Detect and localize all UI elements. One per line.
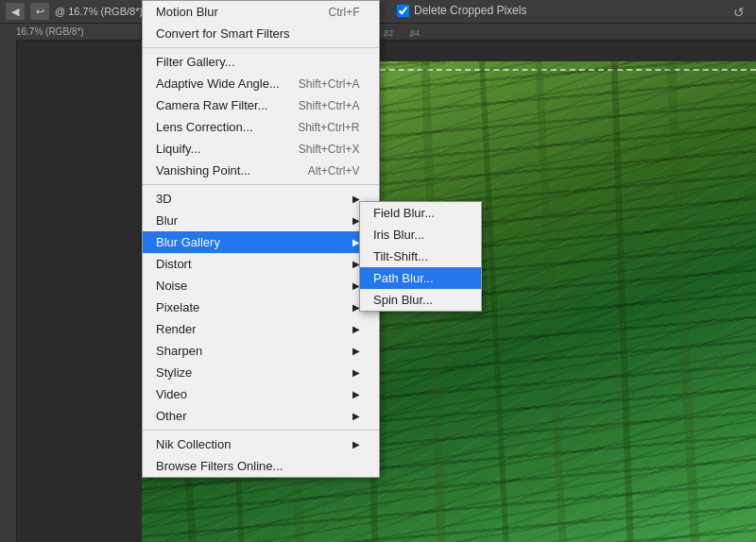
menu-item-label: Pixelate [156, 300, 199, 314]
back-icon[interactable]: ◀ [6, 3, 25, 20]
menu-item-label: Motion Blur [156, 5, 218, 19]
menu-item-noise[interactable]: Noise ▶ [143, 275, 379, 296]
menu-item-other[interactable]: Other ▶ [143, 405, 379, 427]
menu-item-lens-correction[interactable]: Lens Correction... Shift+Ctrl+R [143, 116, 379, 138]
blur-submenu-item-path[interactable]: Path Blur... [360, 267, 481, 289]
shortcut: Shift+Ctrl+A [299, 99, 360, 112]
ruler-tick: 32 [384, 28, 410, 38]
menu-item-liquify[interactable]: Liquify... Shift+Ctrl+X [143, 138, 379, 160]
menu-item-label: Noise [156, 279, 187, 293]
menu-item-label: Blur Gallery [156, 235, 220, 249]
menu-item-label: Path Blur... [373, 271, 434, 285]
ruler-vertical [0, 41, 17, 542]
shortcut: Shift+Ctrl+R [298, 121, 359, 134]
menu-item-convert-smart[interactable]: Convert for Smart Filters [143, 23, 379, 44]
menu-item-label: Camera Raw Filter... [156, 98, 267, 112]
menu-item-label: Browse Filters Online... [156, 459, 283, 473]
shortcut: Alt+Ctrl+V [308, 164, 360, 178]
menu-item-vanishing-point[interactable]: Vanishing Point... Alt+Ctrl+V [143, 160, 379, 181]
menu-item-label: Iris Blur... [373, 228, 424, 242]
menu-item-browse-filters[interactable]: Browse Filters Online... [143, 455, 379, 477]
svg-line-7 [614, 61, 633, 542]
svg-line-6 [539, 61, 567, 542]
menu-item-label: Vanishing Point... [156, 163, 250, 178]
submenu-arrow-icon: ▶ [352, 346, 360, 356]
blur-submenu-item-spin[interactable]: Spin Blur... [360, 289, 481, 311]
menu-item-blur[interactable]: Blur ▶ [143, 210, 379, 231]
menu-item-label: Blur [156, 213, 178, 228]
shortcut-motion-blur: Ctrl+F [329, 6, 360, 19]
forward-icon[interactable]: ↩ [30, 3, 49, 20]
delete-cropped-checkbox[interactable] [397, 5, 409, 17]
delete-cropped-label: Delete Cropped Pixels [414, 4, 526, 17]
ruler-tick: 34 [410, 28, 437, 38]
blur-gallery-submenu[interactable]: Field Blur... Iris Blur... Tilt-Shift...… [359, 201, 482, 312]
menu-item-label: Tilt-Shift... [373, 249, 428, 263]
menu-item-3d[interactable]: 3D ▶ [143, 188, 379, 210]
menu-item-adaptive-wide[interactable]: Adaptive Wide Angle... Shift+Ctrl+A [143, 73, 379, 94]
menu-item-nik-collection[interactable]: Nik Collection ▶ [143, 433, 379, 455]
menu-item-label: Liquify... [156, 142, 200, 156]
blur-submenu-item-field[interactable]: Field Blur... [360, 202, 481, 224]
divider [143, 184, 379, 185]
undo-button[interactable]: ↺ [730, 4, 748, 21]
menu-item-blur-gallery[interactable]: Blur Gallery ▶ [143, 231, 379, 253]
menu-item-label: Convert for Smart Filters [156, 26, 290, 41]
menu-item-distort[interactable]: Distort ▶ [143, 253, 379, 275]
menu-item-render[interactable]: Render ▶ [143, 318, 379, 340]
menu-item-pixelate[interactable]: Pixelate ▶ [143, 296, 379, 318]
submenu-arrow-icon: ▶ [352, 389, 360, 399]
submenu-arrow-icon: ▶ [352, 439, 360, 449]
blur-submenu-item-iris[interactable]: Iris Blur... [360, 224, 481, 246]
delete-cropped-area: Delete Cropped Pixels [397, 4, 526, 17]
menu-item-label: Distort [156, 257, 192, 271]
menu-item-video[interactable]: Video ▶ [143, 383, 379, 405]
submenu-arrow-icon: ▶ [352, 367, 360, 378]
menu-item-camera-raw[interactable]: Camera Raw Filter... Shift+Ctrl+A [143, 94, 379, 116]
menu-item-label: Lens Correction... [156, 120, 253, 134]
menu-item-motion-blur[interactable]: Motion Blur Ctrl+F [143, 1, 379, 23]
menu-item-filter-gallery[interactable]: Filter Gallery... [143, 51, 379, 73]
info-bar: @ 16.7% (RGB/8*) [0, 24, 142, 41]
svg-line-8 [671, 61, 699, 542]
menu-item-label: Other [156, 409, 187, 423]
menu-item-label: Render [156, 322, 197, 336]
app-title: @ 16.7% (RGB/8*) [55, 6, 143, 17]
menu-item-label: Field Blur... [373, 206, 435, 220]
menu-item-label: Adaptive Wide Angle... [156, 76, 280, 91]
menu-item-label: Video [156, 387, 187, 401]
shortcut: Shift+Ctrl+A [299, 77, 360, 91]
menu-item-label: Sharpen [156, 344, 202, 358]
menu-item-label: Filter Gallery... [156, 55, 235, 69]
menu-item-label: Nik Collection [156, 437, 231, 451]
shortcut: Shift+Ctrl+X [299, 143, 360, 156]
menu-item-sharpen[interactable]: Sharpen ▶ [143, 340, 379, 362]
divider [143, 47, 379, 48]
menu-item-label: Spin Blur... [373, 293, 433, 307]
submenu-arrow-icon: ▶ [352, 324, 360, 334]
divider [143, 430, 379, 431]
submenu-arrow-icon: ▶ [352, 411, 360, 421]
blur-submenu-item-tilt-shift[interactable]: Tilt-Shift... [360, 246, 481, 267]
menu-item-label: 3D [156, 192, 172, 206]
menu-item-label: Stylize [156, 365, 192, 380]
filter-dropdown-menu[interactable]: Motion Blur Ctrl+F Convert for Smart Fil… [142, 0, 380, 478]
svg-line-5 [482, 61, 510, 542]
menu-item-stylize[interactable]: Stylize ▶ [143, 362, 379, 383]
